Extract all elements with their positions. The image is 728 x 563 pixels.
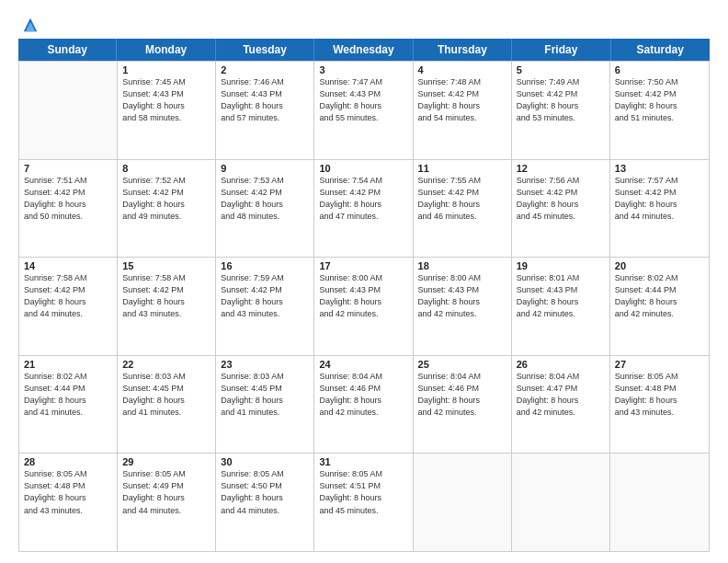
day-number: 4: [418, 64, 506, 75]
day-number: 13: [615, 163, 704, 174]
day-cell-7: 7Sunrise: 7:51 AM Sunset: 4:42 PM Daylig…: [19, 160, 118, 258]
day-number: 14: [24, 260, 112, 271]
header-day-saturday: Saturday: [611, 39, 710, 61]
day-info: Sunrise: 7:48 AM Sunset: 4:42 PM Dayligh…: [418, 76, 506, 124]
day-number: 16: [221, 260, 309, 271]
day-cell-23: 23Sunrise: 8:03 AM Sunset: 4:45 PM Dayli…: [216, 356, 314, 454]
day-number: 27: [615, 359, 704, 370]
day-info: Sunrise: 8:04 AM Sunset: 4:47 PM Dayligh…: [517, 371, 605, 419]
empty-cell-4-5: [512, 454, 610, 551]
day-number: 2: [221, 64, 309, 75]
day-cell-21: 21Sunrise: 8:02 AM Sunset: 4:44 PM Dayli…: [19, 356, 118, 454]
day-info: Sunrise: 7:57 AM Sunset: 4:42 PM Dayligh…: [615, 175, 704, 223]
day-number: 10: [319, 163, 407, 174]
day-number: 8: [122, 163, 210, 174]
day-cell-16: 16Sunrise: 7:59 AM Sunset: 4:42 PM Dayli…: [216, 258, 314, 355]
day-cell-12: 12Sunrise: 7:56 AM Sunset: 4:42 PM Dayli…: [512, 160, 610, 258]
day-info: Sunrise: 8:04 AM Sunset: 4:46 PM Dayligh…: [319, 371, 407, 419]
day-info: Sunrise: 8:03 AM Sunset: 4:45 PM Dayligh…: [122, 371, 210, 419]
day-cell-10: 10Sunrise: 7:54 AM Sunset: 4:42 PM Dayli…: [314, 160, 413, 258]
day-info: Sunrise: 8:05 AM Sunset: 4:48 PM Dayligh…: [615, 371, 704, 419]
day-info: Sunrise: 7:58 AM Sunset: 4:42 PM Dayligh…: [122, 272, 210, 320]
day-number: 3: [319, 64, 407, 75]
header-day-wednesday: Wednesday: [314, 39, 413, 61]
day-number: 7: [24, 163, 112, 174]
day-number: 22: [122, 359, 210, 370]
day-number: 24: [319, 359, 407, 370]
page: SundayMondayTuesdayWednesdayThursdayFrid…: [0, 0, 728, 563]
day-info: Sunrise: 7:56 AM Sunset: 4:42 PM Dayligh…: [517, 175, 605, 223]
day-number: 26: [517, 359, 605, 370]
day-number: 29: [122, 456, 210, 467]
day-cell-24: 24Sunrise: 8:04 AM Sunset: 4:46 PM Dayli…: [314, 356, 413, 454]
day-number: 5: [517, 64, 605, 75]
day-cell-5: 5Sunrise: 7:49 AM Sunset: 4:42 PM Daylig…: [512, 62, 610, 159]
day-info: Sunrise: 7:59 AM Sunset: 4:42 PM Dayligh…: [221, 272, 309, 320]
day-cell-15: 15Sunrise: 7:58 AM Sunset: 4:42 PM Dayli…: [118, 258, 216, 355]
day-number: 11: [418, 163, 506, 174]
day-number: 31: [319, 456, 407, 467]
day-number: 17: [319, 260, 407, 271]
day-cell-31: 31Sunrise: 8:05 AM Sunset: 4:51 PM Dayli…: [314, 454, 413, 551]
day-info: Sunrise: 7:53 AM Sunset: 4:42 PM Dayligh…: [221, 175, 309, 223]
day-info: Sunrise: 7:58 AM Sunset: 4:42 PM Dayligh…: [24, 272, 112, 320]
day-cell-22: 22Sunrise: 8:03 AM Sunset: 4:45 PM Dayli…: [118, 356, 216, 454]
header: [18, 17, 710, 29]
day-info: Sunrise: 8:02 AM Sunset: 4:44 PM Dayligh…: [615, 272, 704, 320]
day-info: Sunrise: 8:04 AM Sunset: 4:46 PM Dayligh…: [418, 371, 506, 419]
day-cell-27: 27Sunrise: 8:05 AM Sunset: 4:48 PM Dayli…: [610, 356, 709, 454]
day-number: 15: [122, 260, 210, 271]
day-cell-8: 8Sunrise: 7:52 AM Sunset: 4:42 PM Daylig…: [118, 160, 216, 258]
day-info: Sunrise: 7:54 AM Sunset: 4:42 PM Dayligh…: [319, 175, 407, 223]
day-number: 25: [418, 359, 506, 370]
day-info: Sunrise: 8:05 AM Sunset: 4:48 PM Dayligh…: [24, 468, 112, 516]
day-info: Sunrise: 7:49 AM Sunset: 4:42 PM Dayligh…: [517, 76, 605, 124]
header-day-sunday: Sunday: [18, 39, 117, 61]
calendar-body: 1Sunrise: 7:45 AM Sunset: 4:43 PM Daylig…: [18, 61, 710, 552]
day-info: Sunrise: 7:55 AM Sunset: 4:42 PM Dayligh…: [418, 175, 506, 223]
day-cell-14: 14Sunrise: 7:58 AM Sunset: 4:42 PM Dayli…: [19, 258, 118, 355]
day-info: Sunrise: 8:05 AM Sunset: 4:49 PM Dayligh…: [122, 468, 210, 516]
day-cell-17: 17Sunrise: 8:00 AM Sunset: 4:43 PM Dayli…: [314, 258, 413, 355]
day-info: Sunrise: 7:45 AM Sunset: 4:43 PM Dayligh…: [122, 76, 210, 124]
day-info: Sunrise: 7:52 AM Sunset: 4:42 PM Dayligh…: [122, 175, 210, 223]
day-cell-6: 6Sunrise: 7:50 AM Sunset: 4:42 PM Daylig…: [610, 62, 709, 159]
header-day-monday: Monday: [117, 39, 215, 61]
day-cell-11: 11Sunrise: 7:55 AM Sunset: 4:42 PM Dayli…: [414, 160, 512, 258]
day-cell-3: 3Sunrise: 7:47 AM Sunset: 4:43 PM Daylig…: [314, 62, 413, 159]
day-cell-28: 28Sunrise: 8:05 AM Sunset: 4:48 PM Dayli…: [19, 454, 118, 551]
calendar-row-4: 28Sunrise: 8:05 AM Sunset: 4:48 PM Dayli…: [19, 453, 709, 551]
day-info: Sunrise: 8:02 AM Sunset: 4:44 PM Dayligh…: [24, 371, 112, 419]
day-number: 20: [615, 260, 704, 271]
day-info: Sunrise: 7:47 AM Sunset: 4:43 PM Dayligh…: [319, 76, 407, 124]
day-number: 19: [517, 260, 605, 271]
calendar-row-0: 1Sunrise: 7:45 AM Sunset: 4:43 PM Daylig…: [19, 61, 709, 159]
day-number: 28: [24, 456, 112, 467]
day-cell-26: 26Sunrise: 8:04 AM Sunset: 4:47 PM Dayli…: [512, 356, 610, 454]
header-day-thursday: Thursday: [414, 39, 512, 61]
day-number: 6: [615, 64, 704, 75]
day-cell-18: 18Sunrise: 8:00 AM Sunset: 4:43 PM Dayli…: [414, 258, 512, 355]
header-day-friday: Friday: [512, 39, 610, 61]
day-number: 12: [517, 163, 605, 174]
day-cell-13: 13Sunrise: 7:57 AM Sunset: 4:42 PM Dayli…: [610, 160, 709, 258]
day-number: 1: [122, 64, 210, 75]
calendar: SundayMondayTuesdayWednesdayThursdayFrid…: [18, 39, 710, 552]
day-info: Sunrise: 8:00 AM Sunset: 4:43 PM Dayligh…: [418, 272, 506, 320]
calendar-header: SundayMondayTuesdayWednesdayThursdayFrid…: [18, 39, 710, 61]
logo-icon: [22, 17, 39, 33]
day-cell-9: 9Sunrise: 7:53 AM Sunset: 4:42 PM Daylig…: [216, 160, 314, 258]
day-info: Sunrise: 8:03 AM Sunset: 4:45 PM Dayligh…: [221, 371, 309, 419]
day-number: 30: [221, 456, 309, 467]
day-cell-29: 29Sunrise: 8:05 AM Sunset: 4:49 PM Dayli…: [118, 454, 216, 551]
day-cell-2: 2Sunrise: 7:46 AM Sunset: 4:43 PM Daylig…: [216, 62, 314, 159]
empty-cell-4-6: [610, 454, 709, 551]
day-info: Sunrise: 8:05 AM Sunset: 4:51 PM Dayligh…: [319, 468, 407, 516]
header-day-tuesday: Tuesday: [216, 39, 314, 61]
calendar-row-3: 21Sunrise: 8:02 AM Sunset: 4:44 PM Dayli…: [19, 355, 709, 454]
day-number: 23: [221, 359, 309, 370]
day-number: 21: [24, 359, 112, 370]
calendar-row-2: 14Sunrise: 7:58 AM Sunset: 4:42 PM Dayli…: [19, 257, 709, 355]
logo: [18, 17, 39, 29]
day-cell-30: 30Sunrise: 8:05 AM Sunset: 4:50 PM Dayli…: [216, 454, 314, 551]
